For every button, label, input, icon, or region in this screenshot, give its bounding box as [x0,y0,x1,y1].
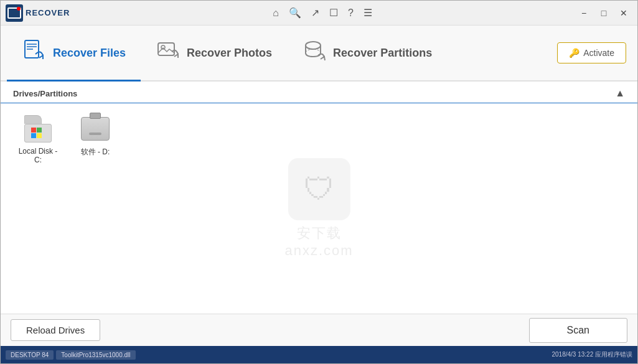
key-icon: 🔑 [569,48,579,58]
taskbar-item-1[interactable]: ToolkitPro1315vc1000.dll [56,350,135,360]
maximize-button[interactable]: □ [595,6,612,21]
title-bar-nav-icons: ⌂ 🔍 ↗ ☐ ? ☰ [273,7,372,19]
tab-recover-partitions[interactable]: Recover Partitions [287,27,447,82]
svg-point-6 [306,42,321,49]
collapse-button[interactable]: ▲ [615,88,625,99]
scan-button[interactable]: Scan [529,318,627,343]
drive-c[interactable]: Local Disk - C: [16,113,60,164]
minimize-button[interactable]: − [575,6,593,21]
taskbar-error: 应用程序错误 [595,351,632,358]
bottom-bar: Reload Drives Scan [1,314,637,346]
logo: RECOVER [6,4,70,22]
help-icon[interactable]: ? [348,7,354,19]
drive-d[interactable]: 软件 - D: [73,113,118,157]
tab-recover-photos-label: Recover Photos [187,47,272,60]
title-bar-left: RECOVER [6,4,70,22]
tab-bar: Recover Files Recover Photos Recover Par… [1,26,637,82]
bookmark-icon[interactable]: ☐ [329,7,338,19]
drive-c-icon [22,115,54,142]
tab-recover-files[interactable]: Recover Files [7,27,141,82]
svg-rect-4 [158,43,174,55]
drive-c-icon-wrapper [19,113,57,144]
activate-button[interactable]: 🔑 Activate [557,42,626,63]
recover-photos-icon [156,38,181,68]
app-icon [6,4,23,22]
drives-area: Local Disk - C: 软件 - D: [1,103,637,314]
share-icon[interactable]: ↗ [311,7,319,19]
drives-title: Drives/Partitions [13,89,77,98]
window-controls: − □ ✕ [575,6,632,21]
drive-c-label: Local Disk - C: [16,147,60,164]
taskbar-time: 2018/4/3 13:22 [551,351,593,358]
drive-d-icon [81,117,110,141]
activate-label: Activate [583,48,614,58]
tab-recover-partitions-label: Recover Partitions [333,47,432,60]
taskbar: DESKTOP 84 ToolkitPro1315vc1000.dll 2018… [1,346,637,363]
taskbar-items: DESKTOP 84 ToolkitPro1315vc1000.dll [6,350,136,360]
main-content: Drives/Partitions ▲ Local Di [1,82,637,314]
tab-recover-files-label: Recover Files [53,47,126,60]
drive-d-icon-wrapper [77,113,114,144]
content-area: Local Disk - C: 软件 - D: 🛡 安下载 anxz.com [1,103,637,314]
app-title: RECOVER [26,8,70,17]
drive-d-label: 软件 - D: [81,147,110,157]
tab-recover-photos[interactable]: Recover Photos [141,27,287,82]
taskbar-item-0[interactable]: DESKTOP 84 [6,350,54,360]
recover-partitions-icon [302,38,327,68]
reload-drives-button[interactable]: Reload Drives [11,319,100,341]
drives-header: Drives/Partitions ▲ [1,82,637,103]
close-button[interactable]: ✕ [615,6,632,21]
search-icon[interactable]: 🔍 [289,7,301,19]
recover-files-icon [22,38,47,68]
menu-icon[interactable]: ☰ [364,7,372,19]
title-bar: RECOVER ⌂ 🔍 ↗ ☐ ? ☰ − □ ✕ [1,1,637,26]
taskbar-right: 2018/4/3 13:22 应用程序错误 [551,350,632,359]
home-icon[interactable]: ⌂ [273,7,279,19]
